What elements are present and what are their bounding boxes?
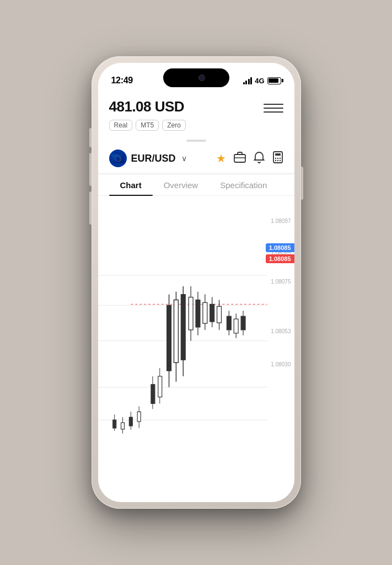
svg-rect-41 (210, 304, 214, 322)
battery-icon (267, 77, 281, 84)
svg-rect-25 (151, 385, 154, 404)
tabs-bar: Chart Overview Specification (98, 175, 294, 196)
phone-wrapper: 12:49 4G 481.08 USD (92, 56, 301, 509)
flag-emoji: 🇪🇺 (111, 152, 125, 165)
svg-point-5 (277, 157, 278, 158)
bell-icon[interactable] (254, 151, 265, 166)
instrument-header: 🇪🇺 EUR/USD ∨ ★ (98, 144, 294, 173)
svg-point-6 (279, 157, 280, 158)
balance-amount: 481.08 USD (109, 98, 186, 115)
svg-rect-17 (112, 420, 116, 428)
status-time: 12:49 (111, 76, 133, 86)
tab-overview[interactable]: Overview (153, 175, 210, 195)
candlestick-chart (98, 196, 294, 502)
svg-rect-45 (227, 316, 231, 330)
svg-rect-35 (189, 297, 193, 330)
badge-real[interactable]: Real (109, 120, 133, 131)
signal-bars (243, 77, 253, 84)
calculator-icon[interactable] (272, 151, 283, 166)
badge-zero[interactable]: Zero (162, 120, 186, 131)
svg-point-8 (277, 159, 278, 161)
eur-flag: 🇪🇺 (109, 150, 127, 167)
handle-pill (98, 136, 294, 144)
svg-point-9 (279, 159, 280, 161)
status-bar: 12:49 4G (98, 63, 294, 90)
hamburger-line-1 (264, 104, 283, 105)
phone-screen: 12:49 4G 481.08 USD (98, 63, 294, 502)
hamburger-line-3 (264, 111, 283, 113)
status-icons: 4G (243, 77, 281, 85)
y-label-1: 1.08097 (271, 218, 291, 224)
svg-rect-19 (121, 423, 124, 429)
svg-rect-49 (241, 316, 245, 330)
svg-rect-39 (202, 302, 207, 323)
briefcase-icon[interactable] (234, 152, 246, 166)
svg-rect-37 (196, 300, 200, 327)
svg-rect-21 (129, 417, 132, 426)
side-button-left-1[interactable] (89, 128, 92, 147)
svg-rect-33 (181, 295, 185, 360)
balance-tags: Real MT5 Zero (109, 120, 186, 131)
tab-specification[interactable]: Specification (209, 175, 278, 195)
svg-rect-29 (167, 305, 171, 371)
hamburger-button[interactable] (264, 98, 283, 118)
y-label-5: 1.08030 (271, 361, 291, 367)
balance-info: 481.08 USD Real MT5 Zero (109, 98, 186, 131)
hamburger-line-2 (264, 108, 283, 109)
svg-rect-47 (234, 319, 238, 333)
svg-point-4 (275, 157, 276, 158)
instrument-name: EUR/USD (131, 153, 176, 164)
price-label-red: 1.08085 (266, 254, 294, 263)
camera-dot (198, 74, 205, 81)
star-icon[interactable]: ★ (216, 152, 226, 165)
price-label-blue: 1.08085 (266, 243, 294, 252)
chevron-down-icon[interactable]: ∨ (181, 154, 187, 163)
status-4g-label: 4G (255, 77, 264, 85)
svg-point-7 (275, 159, 276, 161)
side-button-left-3[interactable] (89, 191, 92, 225)
handle-indicator (186, 140, 206, 142)
battery-fill (269, 78, 278, 83)
badge-mt5[interactable]: MT5 (136, 120, 159, 131)
svg-rect-43 (217, 306, 221, 323)
balance-card: 481.08 USD Real MT5 Zero (98, 90, 294, 136)
svg-rect-3 (275, 153, 281, 156)
phone-frame: 12:49 4G 481.08 USD (92, 56, 301, 509)
dynamic-island (163, 68, 229, 87)
svg-rect-23 (137, 412, 141, 422)
y-label-4: 1.08053 (271, 328, 291, 334)
svg-rect-31 (174, 300, 178, 363)
svg-rect-27 (158, 376, 162, 397)
side-button-left-2[interactable] (89, 153, 92, 186)
instrument-left[interactable]: 🇪🇺 EUR/USD ∨ (109, 150, 187, 167)
instrument-actions: ★ (216, 151, 283, 166)
side-button-right[interactable] (301, 167, 303, 200)
y-label-3: 1.08075 (271, 279, 291, 285)
svg-rect-0 (234, 154, 245, 162)
chart-area[interactable]: 1.08097 1.08085 1.08085 1.08085 1.08075 … (98, 196, 294, 502)
tab-chart[interactable]: Chart (109, 175, 153, 195)
